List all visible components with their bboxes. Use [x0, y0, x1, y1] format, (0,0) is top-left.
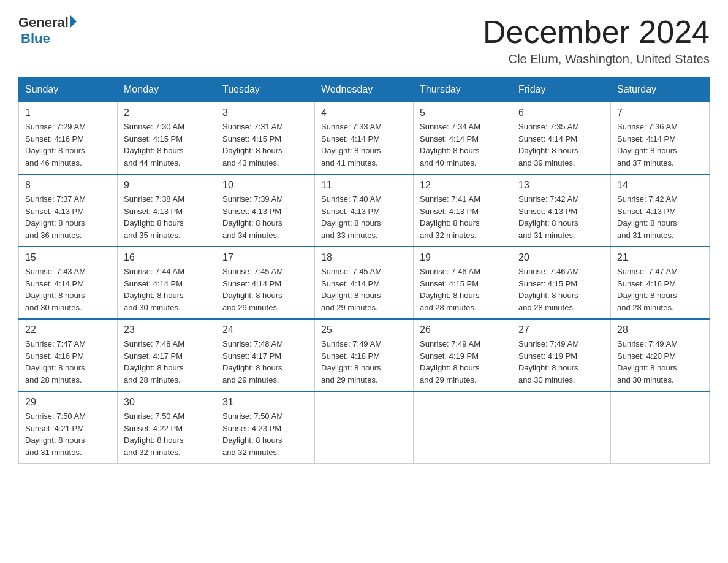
day-number: 12	[420, 180, 506, 191]
calendar-day-cell: 16 Sunrise: 7:44 AM Sunset: 4:14 PM Dayl…	[118, 247, 216, 319]
calendar-day-cell	[611, 391, 710, 464]
day-number: 19	[420, 252, 506, 263]
daylight-minutes: and 29 minutes.	[321, 375, 378, 385]
day-info: Sunrise: 7:39 AM Sunset: 4:13 PM Dayligh…	[222, 193, 308, 241]
sunrise-label: Sunrise: 7:45 AM	[222, 267, 283, 276]
day-number: 6	[518, 107, 604, 118]
sunset-label: Sunset: 4:13 PM	[617, 207, 676, 216]
daylight-label: Daylight: 8 hours	[420, 218, 480, 228]
calendar-day-cell: 24 Sunrise: 7:48 AM Sunset: 4:17 PM Dayl…	[216, 319, 315, 391]
sunrise-label: Sunrise: 7:41 AM	[420, 194, 480, 204]
page-header: General Blue December 2024 Cle Elum, Was…	[18, 15, 710, 66]
day-number: 20	[518, 252, 604, 263]
day-info: Sunrise: 7:36 AM Sunset: 4:14 PM Dayligh…	[617, 121, 703, 169]
sunrise-label: Sunrise: 7:39 AM	[222, 194, 283, 204]
day-number: 10	[222, 180, 308, 191]
sunset-label: Sunset: 4:23 PM	[222, 424, 281, 433]
daylight-minutes: and 37 minutes.	[617, 158, 674, 167]
sunrise-label: Sunrise: 7:49 AM	[518, 339, 579, 348]
sunset-label: Sunset: 4:14 PM	[321, 134, 380, 144]
title-block: December 2024 Cle Elum, Washington, Unit…	[483, 15, 710, 66]
daylight-minutes: and 40 minutes.	[420, 158, 477, 167]
calendar-day-cell: 28 Sunrise: 7:49 AM Sunset: 4:20 PM Dayl…	[611, 319, 710, 391]
calendar-day-cell: 30 Sunrise: 7:50 AM Sunset: 4:22 PM Dayl…	[118, 391, 216, 464]
day-info: Sunrise: 7:44 AM Sunset: 4:14 PM Dayligh…	[124, 266, 210, 313]
sunrise-label: Sunrise: 7:49 AM	[321, 339, 382, 348]
daylight-label: Daylight: 8 hours	[321, 146, 381, 155]
daylight-label: Daylight: 8 hours	[25, 291, 85, 300]
day-number: 23	[124, 324, 210, 335]
sunrise-label: Sunrise: 7:50 AM	[25, 412, 86, 421]
sunset-label: Sunset: 4:13 PM	[420, 207, 479, 216]
daylight-minutes: and 30 minutes.	[25, 303, 82, 312]
day-number: 1	[25, 107, 111, 118]
daylight-label: Daylight: 8 hours	[124, 435, 184, 445]
calendar-day-cell: 8 Sunrise: 7:37 AM Sunset: 4:13 PM Dayli…	[19, 174, 118, 247]
daylight-minutes: and 29 minutes.	[222, 303, 279, 312]
calendar-day-cell	[315, 391, 414, 464]
day-number: 8	[25, 180, 111, 191]
daylight-minutes: and 29 minutes.	[321, 303, 378, 312]
calendar-day-cell	[512, 391, 611, 464]
daylight-minutes: and 32 minutes.	[124, 448, 181, 457]
daylight-label: Daylight: 8 hours	[321, 291, 381, 300]
day-info: Sunrise: 7:49 AM Sunset: 4:18 PM Dayligh…	[321, 338, 407, 386]
daylight-label: Daylight: 8 hours	[617, 291, 677, 300]
daylight-label: Daylight: 8 hours	[518, 291, 578, 300]
daylight-minutes: and 28 minutes.	[25, 375, 82, 385]
day-info: Sunrise: 7:46 AM Sunset: 4:15 PM Dayligh…	[518, 266, 604, 313]
daylight-minutes: and 35 minutes.	[124, 231, 181, 240]
daylight-label: Daylight: 8 hours	[420, 363, 480, 372]
sunrise-label: Sunrise: 7:47 AM	[617, 267, 678, 276]
sunrise-label: Sunrise: 7:49 AM	[420, 339, 480, 348]
sunrise-label: Sunrise: 7:31 AM	[222, 122, 283, 131]
calendar-day-cell: 29 Sunrise: 7:50 AM Sunset: 4:21 PM Dayl…	[19, 391, 118, 464]
sunrise-label: Sunrise: 7:43 AM	[25, 267, 86, 276]
calendar-day-cell: 27 Sunrise: 7:49 AM Sunset: 4:19 PM Dayl…	[512, 319, 611, 391]
daylight-minutes: and 30 minutes.	[617, 375, 674, 385]
daylight-minutes: and 30 minutes.	[124, 303, 181, 312]
day-info: Sunrise: 7:42 AM Sunset: 4:13 PM Dayligh…	[518, 193, 604, 241]
logo-general-text: General	[18, 15, 69, 31]
day-number: 3	[222, 107, 308, 118]
daylight-label: Daylight: 8 hours	[25, 435, 85, 445]
calendar-day-cell: 1 Sunrise: 7:29 AM Sunset: 4:16 PM Dayli…	[19, 102, 118, 174]
sunset-label: Sunset: 4:14 PM	[617, 134, 676, 144]
day-number: 16	[124, 252, 210, 263]
daylight-label: Daylight: 8 hours	[617, 146, 677, 155]
calendar-day-cell: 9 Sunrise: 7:38 AM Sunset: 4:13 PM Dayli…	[118, 174, 216, 247]
calendar-day-cell: 12 Sunrise: 7:41 AM Sunset: 4:13 PM Dayl…	[414, 174, 512, 247]
day-number: 30	[124, 397, 210, 408]
day-number: 15	[25, 252, 111, 263]
logo: General Blue	[18, 15, 77, 47]
day-info: Sunrise: 7:29 AM Sunset: 4:16 PM Dayligh…	[25, 121, 111, 169]
daylight-minutes: and 28 minutes.	[617, 303, 674, 312]
sunset-label: Sunset: 4:15 PM	[222, 134, 281, 144]
sunset-label: Sunset: 4:17 PM	[222, 351, 281, 361]
day-info: Sunrise: 7:35 AM Sunset: 4:14 PM Dayligh…	[518, 121, 604, 169]
sunset-label: Sunset: 4:17 PM	[124, 351, 183, 361]
daylight-minutes: and 31 minutes.	[25, 448, 82, 457]
day-info: Sunrise: 7:48 AM Sunset: 4:17 PM Dayligh…	[124, 338, 210, 386]
calendar-day-cell: 26 Sunrise: 7:49 AM Sunset: 4:19 PM Dayl…	[414, 319, 512, 391]
day-info: Sunrise: 7:34 AM Sunset: 4:14 PM Dayligh…	[420, 121, 506, 169]
day-number: 22	[25, 324, 111, 335]
daylight-minutes: and 41 minutes.	[321, 158, 378, 167]
day-info: Sunrise: 7:37 AM Sunset: 4:13 PM Dayligh…	[25, 193, 111, 241]
calendar-day-cell: 7 Sunrise: 7:36 AM Sunset: 4:14 PM Dayli…	[611, 102, 710, 174]
daylight-minutes: and 32 minutes.	[420, 231, 477, 240]
sunrise-label: Sunrise: 7:34 AM	[420, 122, 480, 131]
day-info: Sunrise: 7:31 AM Sunset: 4:15 PM Dayligh…	[222, 121, 308, 169]
sunrise-label: Sunrise: 7:30 AM	[124, 122, 184, 131]
sunset-label: Sunset: 4:15 PM	[518, 279, 577, 288]
sunrise-label: Sunrise: 7:29 AM	[25, 122, 86, 131]
month-year-title: December 2024	[483, 15, 710, 50]
day-info: Sunrise: 7:49 AM Sunset: 4:19 PM Dayligh…	[420, 338, 506, 386]
logo-blue-text: Blue	[21, 31, 50, 47]
daylight-minutes: and 29 minutes.	[222, 375, 279, 385]
daylight-minutes: and 43 minutes.	[222, 158, 279, 167]
daylight-label: Daylight: 8 hours	[321, 363, 381, 372]
day-info: Sunrise: 7:49 AM Sunset: 4:20 PM Dayligh…	[617, 338, 703, 386]
day-number: 27	[518, 324, 604, 335]
calendar-day-cell: 3 Sunrise: 7:31 AM Sunset: 4:15 PM Dayli…	[216, 102, 315, 174]
